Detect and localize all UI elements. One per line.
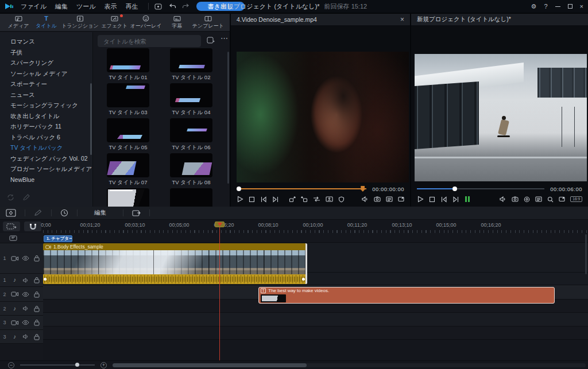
lock-icon[interactable] <box>31 333 42 340</box>
project-seek-bar[interactable] <box>417 188 544 189</box>
out-point-marker[interactable] <box>361 186 365 192</box>
audio-lane-3[interactable] <box>43 327 588 340</box>
export-frame-button[interactable] <box>132 209 141 217</box>
playhead-marker[interactable] <box>215 222 225 227</box>
manage-tracks-button[interactable] <box>3 222 20 231</box>
visibility-eye-icon[interactable] <box>20 292 31 297</box>
category-sparkling[interactable]: スパークリング <box>0 57 92 68</box>
draw-pen-button[interactable] <box>34 209 42 216</box>
settings-gear-icon[interactable]: ⚙ <box>531 3 537 10</box>
next-frame-button[interactable] <box>452 196 459 203</box>
category-romance[interactable]: ロマンス <box>0 36 92 47</box>
library-scrollbar[interactable] <box>227 52 229 184</box>
aspect-ratio-badge[interactable]: 16:9 <box>570 196 582 203</box>
insert-to-timeline-button[interactable] <box>313 196 320 202</box>
pause-button[interactable] <box>465 196 470 203</box>
snapshot-button[interactable] <box>512 196 519 202</box>
lock-icon[interactable] <box>31 277 42 283</box>
tab-titles[interactable]: T タイトル <box>34 15 59 30</box>
snapshot-button[interactable] <box>374 196 381 202</box>
fade-in-handle[interactable] <box>44 278 47 281</box>
title-item-08[interactable]: TV タイトル 08 <box>160 153 223 188</box>
title-item-05[interactable]: TV タイトル 05 <box>96 118 160 153</box>
mute-speaker-icon[interactable] <box>20 334 31 339</box>
category-newblue[interactable]: NewBlue <box>0 174 92 185</box>
clip-trim-handle[interactable] <box>305 243 307 284</box>
previous-frame-button[interactable] <box>440 196 447 203</box>
undo-icon[interactable] <box>169 3 176 9</box>
category-kids[interactable]: 子供 <box>0 47 92 58</box>
import-folder-icon[interactable] <box>207 37 215 44</box>
title-item-partial[interactable] <box>160 188 223 207</box>
chapter-marker-clip[interactable]: 1. チャプター 1 <box>44 235 72 242</box>
menu-tools[interactable]: ツール <box>76 2 96 11</box>
export-button[interactable]: 書き出し <box>196 2 245 11</box>
mute-speaker-icon[interactable] <box>20 306 31 311</box>
seek-handle[interactable] <box>237 187 241 191</box>
chapter-lane[interactable] <box>43 233 588 243</box>
play-button[interactable] <box>237 196 243 203</box>
source-seek-bar[interactable] <box>237 188 366 189</box>
category-sporty[interactable]: スポーティー <box>0 79 92 90</box>
stop-button[interactable] <box>429 196 435 203</box>
title-item-02[interactable]: TV タイトル 02 <box>160 48 223 83</box>
display-settings-button[interactable] <box>386 196 393 202</box>
menu-view[interactable]: 表示 <box>105 2 117 11</box>
screen-recorder-icon[interactable] <box>154 3 162 10</box>
category-blogger-pack[interactable]: ブロガー ソーシャルメディア パック <box>0 164 92 174</box>
render-clock-button[interactable] <box>60 209 68 217</box>
title-clip[interactable]: T The best way to make videos. <box>258 287 555 304</box>
menu-playback[interactable]: 再生 <box>126 2 138 11</box>
record-button[interactable] <box>524 196 530 203</box>
lock-icon[interactable] <box>31 319 42 326</box>
lock-icon[interactable] <box>31 305 42 312</box>
sidebar-scrollbar[interactable] <box>90 83 92 155</box>
title-item-01[interactable]: TV タイトル 01 <box>96 48 160 83</box>
display-settings-button[interactable] <box>535 196 542 202</box>
preview-zoom-button[interactable] <box>547 196 554 203</box>
crop-preview-button[interactable] <box>326 196 333 202</box>
zoom-out-button[interactable]: − <box>8 362 14 368</box>
category-tv-title-pack[interactable]: TV タイトルパック <box>0 142 92 153</box>
title-item-04[interactable]: TV タイトル 04 <box>160 83 223 118</box>
lock-icon[interactable] <box>31 291 42 298</box>
video-clip[interactable]: 1.Body Effects_sample <box>43 243 307 284</box>
tab-subtitles[interactable]: 字幕 <box>164 15 189 30</box>
video-lane-3[interactable] <box>43 313 588 327</box>
category-news[interactable]: ニュース <box>0 90 92 100</box>
category-motion-graphics[interactable]: モーショングラフィック <box>0 100 92 111</box>
play-button[interactable] <box>417 196 424 203</box>
volume-button[interactable] <box>362 196 369 202</box>
zoom-in-button[interactable]: + <box>100 362 107 368</box>
tab-media[interactable]: メディア <box>6 15 31 30</box>
scrollbar-thumb[interactable] <box>113 363 307 367</box>
favorite-shield-button[interactable] <box>338 196 345 203</box>
close-icon[interactable]: × <box>400 15 404 24</box>
mark-out-button[interactable] <box>301 196 308 203</box>
chapter-track-icon[interactable] <box>9 235 17 241</box>
redo-icon[interactable] <box>182 3 189 9</box>
search-input[interactable] <box>98 35 201 47</box>
brush-icon[interactable] <box>22 194 30 201</box>
edit-menu-button[interactable]: 編集 <box>86 209 114 217</box>
fullscreen-button[interactable] <box>398 196 404 202</box>
refresh-icon[interactable] <box>7 194 14 201</box>
timeline-ruler[interactable]: 0;00 00;01;20 00;03;10 00;05;00 00;06;20… <box>43 220 588 233</box>
title-item-03[interactable]: TV タイトル 03 <box>96 83 160 118</box>
help-icon[interactable]: ? <box>544 3 547 10</box>
category-travel-pack[interactable]: トラベル パック 6 <box>0 132 92 143</box>
minimize-button[interactable] <box>555 6 560 7</box>
next-frame-button[interactable] <box>272 196 279 203</box>
menu-file[interactable]: ファイル <box>21 2 47 11</box>
previous-frame-button[interactable] <box>260 196 267 203</box>
title-item-partial[interactable] <box>96 188 160 207</box>
visibility-eye-icon[interactable] <box>20 320 31 325</box>
tab-overlays[interactable]: オーバーレイ <box>130 15 162 30</box>
tab-transitions[interactable]: トランジション <box>61 15 98 30</box>
title-item-07[interactable]: TV タイトル 07 <box>96 153 160 188</box>
maximize-button[interactable] <box>568 4 572 9</box>
zoom-slider[interactable] <box>20 364 95 366</box>
tab-effects[interactable]: エフェクト <box>101 15 127 30</box>
category-callout-titles[interactable]: 吹き出しタイトル <box>0 111 92 122</box>
more-options-icon[interactable]: ⋯ <box>220 34 229 42</box>
